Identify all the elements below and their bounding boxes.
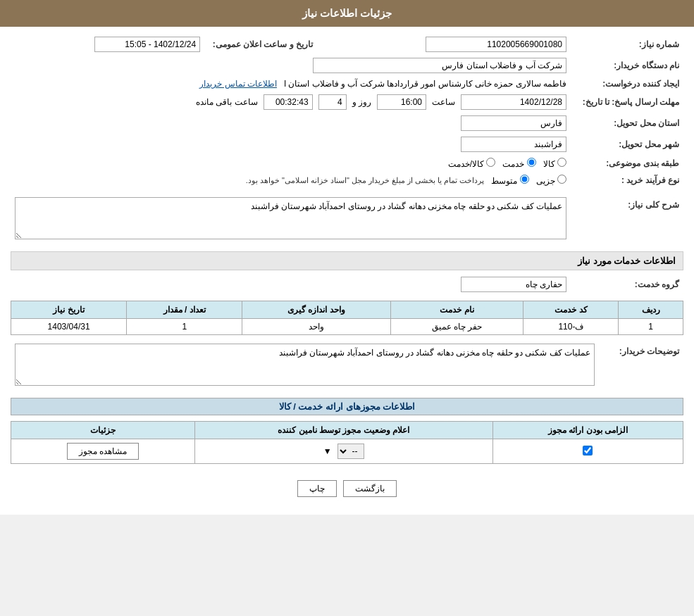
permit-row: -- ▼ مشاهده مجوز [11, 439, 683, 464]
description-section: شرح کلی نیاز: عملیات کف شکنی دو حلقه چاه… [11, 194, 683, 244]
reply-time-input [377, 94, 426, 110]
cell-unit: واحد [242, 319, 390, 335]
buyer-notes-section: توضیحات خریدار: عملیات کف شکنی دو حلقه چ… [11, 341, 683, 391]
reply-time-label: ساعت [432, 97, 455, 107]
cell-qty: 1 [127, 319, 242, 335]
description-textarea: عملیات کف شکنی دو حلقه چاه مخزنی دهانه گ… [15, 197, 566, 239]
category-both-label[interactable]: کالا/خدمت [448, 158, 496, 169]
category-khadamat-radio[interactable] [527, 158, 536, 167]
requester-label: ایجاد کننده درخواست: [571, 76, 683, 92]
permit-status-select[interactable]: -- [337, 444, 364, 459]
cell-date: 1403/04/31 [11, 319, 127, 335]
cell-row: 1 [619, 319, 683, 335]
reply-date-input [461, 94, 566, 110]
process-jozii-radio[interactable] [557, 175, 566, 184]
permit-table: الزامی بودن ارائه مجوز اعلام وضعیت مجوز … [11, 421, 683, 464]
print-button[interactable]: چاپ [297, 480, 337, 497]
remaining-input [264, 94, 313, 110]
category-kala-radio[interactable] [557, 158, 566, 167]
permit-status-cell: -- ▼ [194, 439, 492, 464]
services-section-title: اطلاعات خدمات مورد نیاز [11, 251, 683, 270]
buyer-org-label: نام دستگاه خریدار: [571, 55, 683, 76]
permit-required-checkbox[interactable] [583, 446, 593, 455]
table-row: 1 ف-110 حفر چاه عمیق واحد 1 1403/04/31 [11, 319, 683, 335]
need-number-input [426, 37, 566, 52]
contact-link[interactable]: اطلاعات تماس خریدار [199, 79, 277, 89]
requester-value: فاطمه سالاری حمزه خانی کارشناس امور قرار… [284, 79, 566, 89]
category-label: طبقه بندی موضوعی: [571, 155, 683, 172]
buyer-notes-label: توضیحات خریدار: [599, 341, 683, 391]
cell-code: ف-110 [523, 319, 619, 335]
service-group-input [461, 277, 566, 292]
buyer-notes-textarea: عملیات کف شکنی دو حلقه چاه مخزنی دهانه گ… [15, 344, 595, 386]
city-label: شهر محل تحویل: [571, 134, 683, 155]
process-motavasset-radio[interactable] [520, 175, 529, 184]
buyer-org-input [313, 58, 566, 73]
process-jozii-label[interactable]: جزیی [536, 175, 566, 186]
back-button[interactable]: بازگشت [343, 480, 397, 497]
col-date: تاریخ نیاز [11, 301, 127, 319]
permit-col-status: اعلام وضعیت مجوز توسط نامین کننده [194, 422, 492, 439]
description-label: شرح کلی نیاز: [571, 194, 683, 244]
permit-required-cell [492, 439, 683, 464]
col-code: کد خدمت [523, 301, 619, 319]
city-input [461, 137, 566, 152]
permit-details-cell: مشاهده مجوز [11, 439, 195, 464]
province-label: استان محل تحویل: [571, 113, 683, 134]
permit-col-required: الزامی بودن ارائه مجوز [492, 422, 683, 439]
reply-days-label: روز و [352, 97, 371, 107]
process-note: پرداخت تمام یا بخشی از مبلغ خریدار مجل "… [246, 176, 485, 185]
need-number-label: شماره نیاز: [571, 34, 683, 55]
remaining-label: ساعت باقی مانده [196, 97, 258, 107]
permit-col-details: جزئیات [11, 422, 195, 439]
province-input [461, 115, 566, 131]
page-header: جزئیات اطلاعات نیاز [0, 0, 694, 27]
service-group-section: گروه خدمت: [11, 274, 683, 295]
col-qty: تعداد / مقدار [127, 301, 242, 319]
category-kala-label[interactable]: کالا [543, 158, 566, 169]
announcement-datetime-label: تاریخ و ساعت اعلان عمومی: [204, 34, 317, 55]
reply-days-input [318, 94, 347, 110]
process-label: نوع فرآیند خرید : [571, 172, 683, 189]
permit-section-title: اطلاعات مجوزهای ارائه خدمت / کالا [11, 398, 683, 415]
col-unit: واحد اندازه گیری [242, 301, 390, 319]
cell-name: حفر چاه عمیق [390, 319, 523, 335]
col-row: ردیف [619, 301, 683, 319]
process-motavasset-label[interactable]: متوسط [491, 175, 528, 186]
service-group-label: گروه خدمت: [571, 274, 683, 295]
footer-buttons: بازگشت چاپ [11, 470, 683, 508]
view-permit-button[interactable]: مشاهده مجوز [67, 443, 139, 460]
col-name: نام خدمت [390, 301, 523, 319]
info-section: شماره نیاز: تاریخ و ساعت اعلان عمومی: نا… [11, 34, 683, 189]
category-khadamat-label[interactable]: خدمت [502, 158, 535, 169]
chevron-down-icon: ▼ [323, 446, 332, 456]
category-both-radio[interactable] [486, 158, 495, 167]
reply-deadline-label: مهلت ارسال پاسخ: تا تاریخ: [571, 92, 683, 113]
services-table: ردیف کد خدمت نام خدمت واحد اندازه گیری ت… [11, 301, 683, 335]
page-title: جزئیات اطلاعات نیاز [302, 7, 392, 19]
announcement-datetime-input [94, 37, 200, 52]
